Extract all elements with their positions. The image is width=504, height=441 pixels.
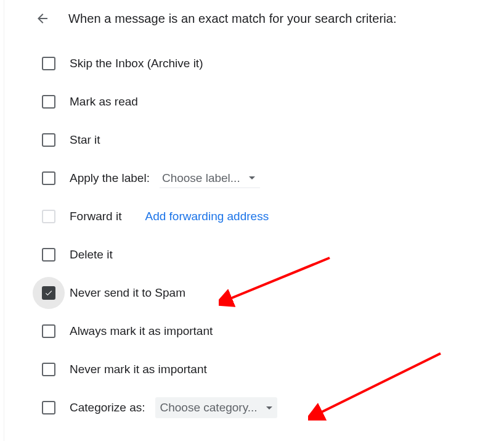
option-forward-it: Forward it Add forwarding address: [4, 197, 504, 236]
checkbox-never-spam[interactable]: [42, 286, 55, 300]
page-title: When a message is an exact match for you…: [68, 12, 397, 26]
option-always-important: Always mark it as important: [4, 312, 504, 350]
label-skip-inbox: Skip the Inbox (Archive it): [70, 57, 203, 70]
option-skip-inbox: Skip the Inbox (Archive it): [4, 44, 504, 83]
caret-down-icon: [266, 406, 272, 410]
label-forward-it: Forward it: [70, 210, 121, 223]
label-never-spam: Never send it to Spam: [70, 286, 185, 300]
checkbox-skip-inbox[interactable]: [42, 57, 55, 70]
label-star-it: Star it: [70, 133, 100, 147]
checkbox-forward-it[interactable]: [42, 210, 55, 223]
option-mark-read: Mark as read: [4, 83, 504, 121]
checkbox-never-important[interactable]: [42, 363, 55, 376]
dropdown-choose-category-text: Choose category...: [160, 401, 258, 414]
checkbox-apply-label[interactable]: [42, 171, 55, 185]
option-star-it: Star it: [4, 121, 504, 159]
option-never-spam: Never send it to Spam: [4, 274, 504, 312]
dropdown-choose-label-text: Choose label...: [162, 171, 240, 185]
label-mark-read: Mark as read: [70, 95, 138, 109]
dropdown-choose-category[interactable]: Choose category...: [155, 397, 277, 418]
label-categorize: Categorize as:: [70, 401, 145, 414]
checkbox-delete-it[interactable]: [42, 248, 55, 262]
link-add-forwarding[interactable]: Add forwarding address: [145, 210, 269, 223]
option-categorize: Categorize as: Choose category...: [4, 389, 504, 427]
checkbox-star-it[interactable]: [42, 133, 55, 147]
label-delete-it: Delete it: [70, 248, 113, 262]
caret-down-icon: [249, 176, 255, 179]
check-icon: [44, 289, 53, 297]
header-row: When a message is an exact match for you…: [4, 11, 504, 26]
checkbox-always-important[interactable]: [42, 324, 55, 338]
checkbox-mark-read[interactable]: [42, 95, 55, 109]
option-never-important: Never mark it as important: [4, 350, 504, 389]
dropdown-choose-label[interactable]: Choose label...: [160, 169, 260, 188]
label-never-important: Never mark it as important: [70, 363, 207, 376]
option-apply-label: Apply the label: Choose label...: [4, 159, 504, 197]
option-delete-it: Delete it: [4, 236, 504, 274]
back-button[interactable]: [35, 11, 50, 26]
checkbox-categorize[interactable]: [42, 401, 55, 414]
label-always-important: Always mark it as important: [70, 324, 213, 338]
arrow-left-icon: [35, 11, 50, 26]
label-apply-label: Apply the label:: [70, 171, 150, 185]
